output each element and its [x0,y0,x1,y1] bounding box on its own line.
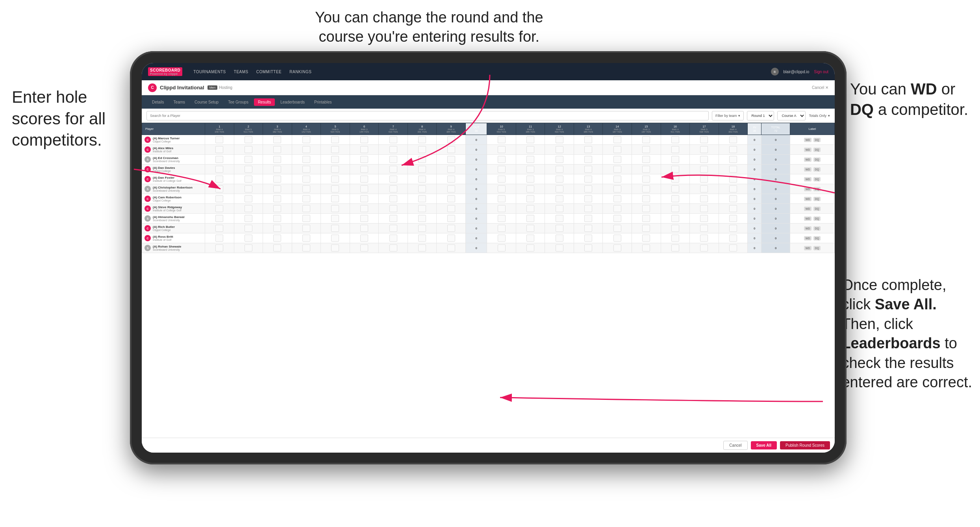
score-input-17[interactable] [700,185,708,192]
hole-1-score[interactable] [205,174,234,184]
hole-2-score[interactable] [234,155,263,165]
hole-15-score[interactable] [632,243,661,253]
cancel-button[interactable]: Cancel [723,441,747,450]
score-input-11[interactable] [526,176,534,183]
hole-10-score[interactable] [487,165,516,174]
hole-8-score[interactable] [408,243,437,253]
wd-button[interactable]: WD [804,138,812,142]
publish-button[interactable]: Publish Round Scores [780,441,830,449]
score-input-18[interactable] [729,146,737,153]
score-input-15[interactable] [642,225,650,232]
hole-11-score[interactable] [516,224,545,233]
tab-tee-groups[interactable]: Tee Groups [224,98,252,106]
score-input-16[interactable] [671,235,679,242]
hole-18-score[interactable] [719,174,748,184]
score-input-12[interactable] [556,244,563,251]
hole-7-score[interactable] [379,165,408,174]
score-input-14[interactable] [613,244,621,251]
score-input-4[interactable] [302,205,310,212]
score-input-11[interactable] [526,185,534,192]
score-input-9[interactable] [447,205,455,212]
hole-10-score[interactable] [487,214,516,224]
nav-committee[interactable]: COMMITTEE [256,70,282,74]
hole-1-score[interactable] [205,243,234,253]
score-input-10[interactable] [498,215,506,222]
score-input-16[interactable] [671,146,679,153]
score-input-15[interactable] [642,176,650,183]
search-input[interactable] [146,111,709,120]
wd-button[interactable]: WD [804,246,812,250]
hole-15-score[interactable] [632,224,661,233]
score-input-11[interactable] [526,215,534,222]
hole-13-score[interactable] [574,214,603,224]
score-input-11[interactable] [526,146,534,153]
hole-7-score[interactable] [379,145,408,155]
score-input-13[interactable] [584,215,592,222]
score-input-17[interactable] [700,215,708,222]
score-input-15[interactable] [642,136,650,143]
score-input-18[interactable] [729,235,737,242]
hole-17-score[interactable] [690,184,719,194]
hole-2-score[interactable] [234,194,263,204]
hole-11-score[interactable] [516,135,545,145]
score-input-14[interactable] [613,146,621,153]
score-input-2[interactable] [245,225,252,232]
score-input-4[interactable] [302,225,310,232]
score-input-18[interactable] [729,156,737,163]
hole-13-score[interactable] [574,155,603,165]
hole-17-score[interactable] [690,145,719,155]
hole-5-score[interactable] [321,184,350,194]
score-input-7[interactable] [389,185,397,192]
score-input-3[interactable] [273,205,281,212]
dq-button[interactable]: DQ [813,246,821,250]
hole-6-score[interactable] [350,224,379,233]
hole-3-score[interactable] [263,214,292,224]
round-select[interactable]: Round 1 Round 2 Round 3 Round 4 [747,111,774,120]
hole-5-score[interactable] [321,145,350,155]
hole-17-score[interactable] [690,194,719,204]
hole-3-score[interactable] [263,135,292,145]
score-input-6[interactable] [360,176,368,183]
hole-7-score[interactable] [379,194,408,204]
filter-by-team-button[interactable]: Filter by team ▾ [712,111,744,120]
score-input-16[interactable] [671,205,679,212]
hole-14-score[interactable] [603,145,632,155]
hole-4-score[interactable] [292,174,321,184]
score-input-11[interactable] [526,195,534,202]
hole-11-score[interactable] [516,194,545,204]
dq-button[interactable]: DQ [813,167,821,172]
hole-12-score[interactable] [545,135,574,145]
score-input-3[interactable] [273,235,281,242]
hole-17-score[interactable] [690,224,719,233]
wd-button[interactable]: WD [804,216,812,221]
score-input-15[interactable] [642,156,650,163]
score-input-8[interactable] [418,156,426,163]
score-input-18[interactable] [729,136,737,143]
hole-3-score[interactable] [263,155,292,165]
hole-10-score[interactable] [487,243,516,253]
score-input-9[interactable] [447,146,455,153]
score-input-18[interactable] [729,244,737,251]
hole-18-score[interactable] [719,224,748,233]
hole-16-score[interactable] [661,145,690,155]
score-input-17[interactable] [700,225,708,232]
score-input-6[interactable] [360,244,368,251]
score-input-17[interactable] [700,205,708,212]
score-input-18[interactable] [729,176,737,183]
score-input-7[interactable] [389,176,397,183]
hole-15-score[interactable] [632,233,661,243]
hole-10-score[interactable] [487,204,516,214]
hole-7-score[interactable] [379,224,408,233]
hole-13-score[interactable] [574,135,603,145]
hole-9-score[interactable] [437,145,466,155]
score-input-14[interactable] [613,225,621,232]
hole-15-score[interactable] [632,174,661,184]
score-input-17[interactable] [700,195,708,202]
score-input-16[interactable] [671,176,679,183]
score-input-14[interactable] [613,205,621,212]
score-input-13[interactable] [584,146,592,153]
hole-9-score[interactable] [437,204,466,214]
score-input-10[interactable] [498,156,506,163]
hole-16-score[interactable] [661,155,690,165]
hole-3-score[interactable] [263,243,292,253]
